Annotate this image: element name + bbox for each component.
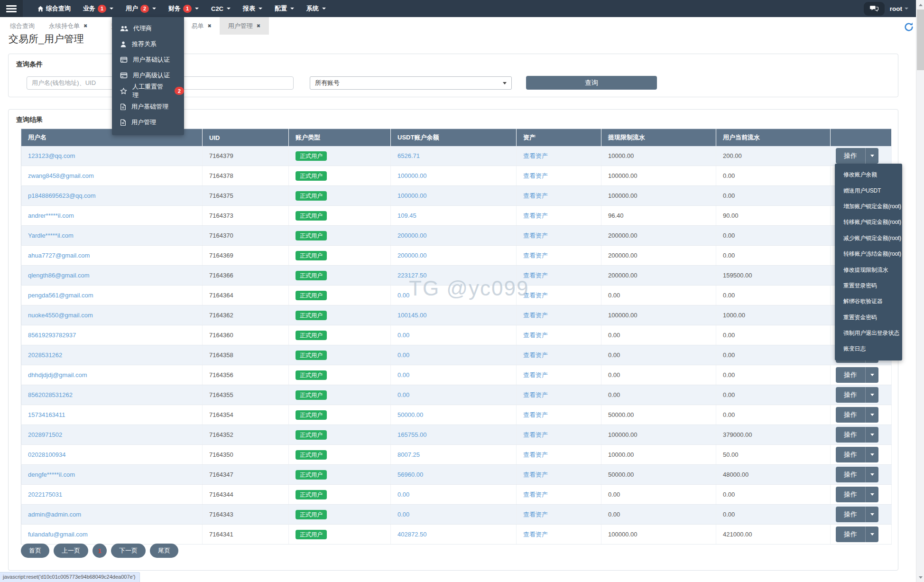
row-action-button[interactable]: 操作 [836,507,878,522]
action-menu-item-账变日志[interactable]: 账变日志 [835,341,902,357]
search-button[interactable]: 查询 [526,76,657,90]
row-action-dropdown-toggle[interactable] [865,367,878,383]
usdt-balance-link[interactable]: 100145.00 [397,312,426,319]
row-action-dropdown-toggle[interactable] [865,387,878,403]
tab-用户管理[interactable]: 用户管理✖ [220,17,269,35]
row-action-label[interactable]: 操作 [836,527,865,542]
row-action-button[interactable]: 操作 [836,487,878,502]
username-link[interactable]: p18488695623@qq.com [28,192,96,199]
usdt-balance-link[interactable]: 0.00 [397,351,409,359]
usdt-balance-link[interactable]: 50000.00 [397,411,423,418]
scroll-up-arrow-icon[interactable] [916,0,924,9]
row-action-button[interactable]: 操作 [836,527,878,542]
nav-item-业务[interactable]: 业务1 [77,0,120,17]
row-action-label[interactable]: 操作 [836,407,865,423]
nav-item-报表[interactable]: 报表 [237,0,268,17]
view-assets-link[interactable]: 查看资产 [523,531,548,538]
row-action-label[interactable]: 操作 [836,447,865,462]
row-action-button[interactable]: 操作 [836,367,878,383]
menu-item-用户基础认证[interactable]: 用户基础认证 [112,52,184,67]
nav-item-配置[interactable]: 配置 [268,0,300,17]
usdt-balance-link[interactable]: 200000.00 [397,232,426,239]
usdt-balance-link[interactable]: 0.00 [397,491,409,498]
pagination-first-button[interactable]: 首页 [21,544,49,558]
row-action-label[interactable]: 操作 [836,387,865,403]
action-menu-item-重置资金密码[interactable]: 重置资金密码 [835,310,902,325]
row-action-dropdown-toggle[interactable] [865,467,878,482]
usdt-balance-link[interactable]: 223127.50 [397,272,426,279]
pagination-last-button[interactable]: 尾页 [150,544,178,558]
username-link[interactable]: 2022175031 [28,491,62,498]
view-assets-link[interactable]: 查看资产 [523,192,548,199]
usdt-balance-link[interactable]: 0.00 [397,371,409,379]
row-action-dropdown-toggle[interactable] [865,527,878,542]
view-assets-link[interactable]: 查看资产 [523,411,548,418]
usdt-balance-link[interactable]: 0.00 [397,511,409,518]
row-action-dropdown-toggle[interactable] [865,427,878,443]
username-link[interactable]: admin@admin.com [28,511,81,518]
row-action-button[interactable]: 操作 [836,407,878,423]
action-menu-item-转移账户冻结金额(root)[interactable]: 转移账户冻结金额(root) [835,246,902,262]
row-action-button[interactable]: 操作 [836,467,878,482]
user-account-menu[interactable]: root [890,5,908,12]
row-action-button[interactable]: 操作 [836,148,878,164]
nav-item-C2C[interactable]: C2C [205,0,237,17]
username-link[interactable]: 15734163411 [28,411,65,418]
hamburger-menu-button[interactable] [0,0,23,17]
usdt-balance-link[interactable]: 100000.00 [397,192,426,199]
usdt-balance-link[interactable]: 56960.00 [397,471,423,478]
view-assets-link[interactable]: 查看资产 [523,172,548,179]
view-assets-link[interactable]: 查看资产 [523,212,548,219]
messages-button[interactable] [864,2,885,16]
action-menu-item-修改账户余额[interactable]: 修改账户余额 [835,167,902,183]
nav-item-系统[interactable]: 系统 [300,0,332,17]
vertical-scrollbar[interactable] [916,0,924,582]
view-assets-link[interactable]: 查看资产 [523,272,548,279]
usdt-balance-link[interactable]: 6526.71 [397,152,420,159]
view-assets-link[interactable]: 查看资产 [523,252,548,259]
username-link[interactable]: dhhdjdjdj@gmail.com [28,371,87,379]
row-action-dropdown-toggle[interactable] [865,447,878,462]
view-assets-link[interactable]: 查看资产 [523,491,548,498]
usdt-balance-link[interactable]: 402872.50 [397,531,426,538]
username-link[interactable]: zwang8458@gmail.com [28,172,94,179]
refresh-button[interactable] [903,21,915,33]
username-link[interactable]: andrer*****il.com [28,212,74,219]
usdt-balance-link[interactable]: 100000.00 [397,172,426,179]
view-assets-link[interactable]: 查看资产 [523,152,548,159]
username-link[interactable]: 2028971502 [28,431,62,438]
view-assets-link[interactable]: 查看资产 [523,431,548,438]
menu-item-人工重置管理[interactable]: 人工重置管理2 [112,83,184,99]
action-menu-item-赠送用户USDT[interactable]: 赠送用户USDT [835,183,902,198]
username-link[interactable]: Yardle*****il.com [28,232,74,239]
pagination-current-page[interactable]: 1 [92,544,107,558]
close-icon[interactable]: ✖ [257,24,260,28]
nav-item-综合查询[interactable]: 综合查询 [31,0,77,17]
nav-item-用户[interactable]: 用户2 [120,0,162,17]
row-action-label[interactable]: 操作 [836,487,865,502]
menu-item-用户管理[interactable]: 用户管理 [112,114,184,130]
username-link[interactable]: ahua7727@gmail.com [28,252,90,259]
row-action-dropdown-toggle[interactable] [865,407,878,423]
username-link[interactable]: 02028100934 [28,451,66,458]
view-assets-link[interactable]: 查看资产 [523,451,548,458]
username-link[interactable]: qlength86@gmail.com [28,272,90,279]
account-type-select[interactable]: 所有账号 [310,76,512,90]
action-menu-item-转移账户锁定金额(root)[interactable]: 转移账户锁定金额(root) [835,214,902,230]
row-action-dropdown-toggle[interactable] [865,148,878,164]
action-menu-item-增加账户锁定金额(root)[interactable]: 增加账户锁定金额(root) [835,199,902,214]
row-action-label[interactable]: 操作 [836,427,865,443]
username-link[interactable]: 2028531262 [28,351,62,359]
username-link[interactable]: dengfe*****il.com [28,471,75,478]
scrollbar-thumb[interactable] [917,9,924,70]
view-assets-link[interactable]: 查看资产 [523,511,548,518]
view-assets-link[interactable]: 查看资产 [523,391,548,398]
row-action-dropdown-toggle[interactable] [865,487,878,502]
scroll-down-arrow-icon[interactable] [916,573,924,582]
close-icon[interactable]: ✖ [83,24,87,28]
row-action-label[interactable]: 操作 [836,148,865,164]
menu-item-用户高级认证[interactable]: 用户高级认证 [112,67,184,83]
action-menu-item-解绑谷歌验证器[interactable]: 解绑谷歌验证器 [835,294,902,309]
row-action-label[interactable]: 操作 [836,467,865,482]
row-action-label[interactable]: 操作 [836,507,865,522]
